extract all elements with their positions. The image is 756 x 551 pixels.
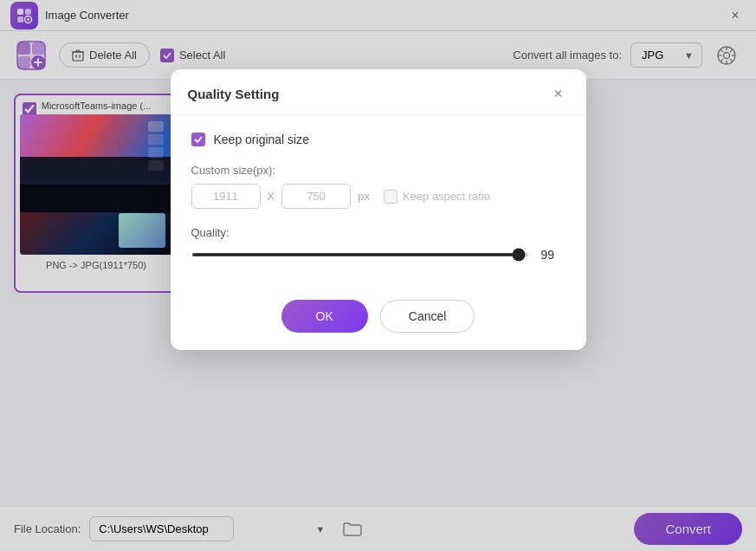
custom-size-label: Custom size(px): [191,164,565,177]
quality-slider-row: 99 [191,248,565,262]
cancel-button[interactable]: Cancel [380,300,475,333]
modal-overlay: Quality Setting × Keep original size Cus… [0,0,756,551]
keep-original-label: Keep original size [214,133,310,146]
keep-original-checkbox[interactable] [191,133,205,146]
quality-row: Quality: 99 [191,226,565,262]
quality-value: 99 [541,248,565,262]
px-label: px [358,190,370,203]
quality-slider[interactable] [191,253,529,256]
keep-aspect-checkbox[interactable] [384,190,397,204]
quality-label: Quality: [191,226,565,239]
modal-body: Keep original size Custom size(px): X px… [171,115,586,288]
modal-close-button[interactable]: × [548,83,569,104]
modal-footer: OK Cancel [171,288,586,350]
width-input[interactable] [191,184,261,209]
keep-original-row: Keep original size [191,133,565,146]
modal-title: Quality Setting [188,87,280,101]
keep-aspect-label: Keep aspect ratio [403,190,490,203]
x-separator: X [268,190,275,203]
ok-button[interactable]: OK [281,300,368,333]
custom-size-inputs: X px Keep aspect ratio [191,184,565,209]
keep-aspect-wrapper: Keep aspect ratio [384,190,490,204]
custom-size-row: Custom size(px): X px Keep aspect ratio [191,164,565,209]
quality-setting-modal: Quality Setting × Keep original size Cus… [171,69,586,350]
modal-header: Quality Setting × [171,69,586,115]
height-input[interactable] [281,184,351,209]
